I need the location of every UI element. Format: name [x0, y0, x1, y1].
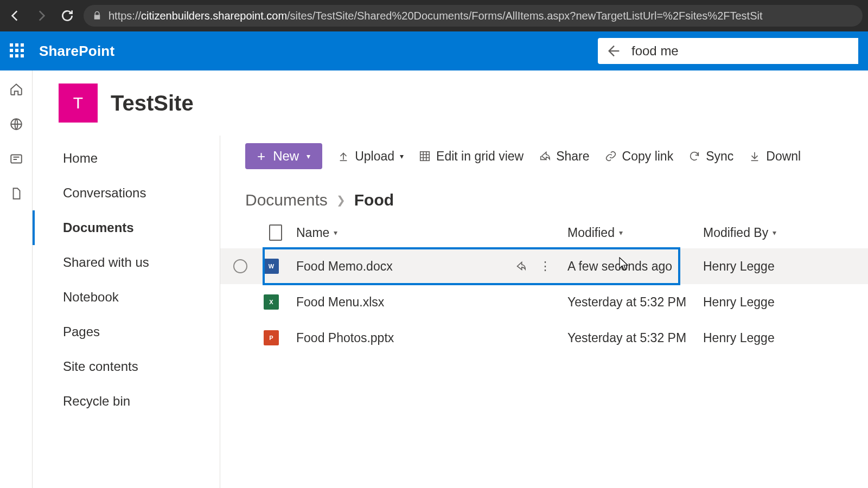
nav-notebook[interactable]: Notebook [33, 280, 220, 314]
left-nav: Home Conversations Documents Shared with… [33, 136, 220, 488]
browser-forward-button[interactable] [31, 6, 51, 25]
chevron-down-icon: ▾ [773, 228, 776, 237]
modified-by-cell: Henry Legge [703, 259, 839, 274]
upload-button[interactable]: Upload ▾ [337, 149, 404, 164]
upload-icon [337, 150, 349, 162]
search-input[interactable] [631, 43, 850, 59]
sync-label: Sync [706, 149, 733, 164]
chevron-right-icon: ❯ [336, 194, 346, 207]
download-button[interactable]: Downl [749, 149, 801, 164]
share-icon[interactable] [514, 260, 526, 272]
download-icon [749, 150, 761, 162]
copy-link-button[interactable]: Copy link [605, 149, 674, 164]
excel-file-icon: X [264, 294, 279, 310]
column-modified[interactable]: Modified ▾ [567, 226, 703, 240]
link-icon [605, 150, 617, 162]
nav-pages[interactable]: Pages [33, 314, 220, 349]
chevron-down-icon: ▾ [307, 152, 310, 160]
browser-toolbar: https://citizenbuilders.sharepoint.com/s… [0, 0, 868, 31]
share-button[interactable]: Share [539, 149, 589, 164]
file-name[interactable]: Food Photos.pptx [296, 331, 394, 345]
globe-icon[interactable] [9, 117, 23, 131]
more-actions-icon[interactable]: ⋮ [539, 259, 551, 273]
files-icon[interactable] [9, 187, 23, 201]
sync-icon [688, 150, 700, 162]
command-bar: + New ▾ Upload ▾ [220, 136, 868, 177]
column-modified-by[interactable]: Modified By ▾ [703, 226, 839, 240]
table-row[interactable]: W Food Memo.docx ⋮ A few seconds ago [220, 248, 868, 284]
browser-back-button[interactable] [5, 6, 25, 25]
sync-button[interactable]: Sync [688, 149, 733, 164]
breadcrumb-current: Food [354, 191, 394, 209]
site-header: T TestSite [33, 70, 868, 136]
nav-home[interactable]: Home [33, 141, 220, 176]
nav-documents[interactable]: Documents [33, 210, 220, 245]
list-header: Name ▾ Modified ▾ Modified By ▾ [220, 217, 868, 248]
main-pane: + New ▾ Upload ▾ [220, 136, 868, 488]
app-rail [0, 70, 33, 488]
file-type-header-icon[interactable] [269, 224, 282, 241]
suite-header: SharePoint [0, 31, 868, 70]
powerpoint-file-icon: P [264, 330, 279, 345]
file-list: Name ▾ Modified ▾ Modified By ▾ [220, 215, 868, 356]
file-name[interactable]: Food Menu.xlsx [296, 295, 384, 310]
edit-grid-button[interactable]: Edit in grid view [419, 149, 524, 164]
svg-rect-2 [420, 152, 430, 161]
home-icon[interactable] [9, 82, 23, 97]
table-row[interactable]: X Food Menu.xlsx Yesterday at 5:32 PM He… [220, 284, 868, 320]
table-row[interactable]: P Food Photos.pptx Yesterday at 5:32 PM … [220, 320, 868, 356]
chevron-down-icon: ▾ [619, 228, 623, 237]
chevron-down-icon: ▾ [400, 152, 404, 160]
nav-shared-with-us[interactable]: Shared with us [33, 245, 220, 280]
search-back-icon[interactable] [607, 43, 622, 59]
browser-reload-button[interactable] [58, 6, 77, 25]
url-text: https://citizenbuilders.sharepoint.com/s… [108, 10, 763, 22]
copy-link-label: Copy link [622, 149, 674, 164]
modified-cell: Yesterday at 5:32 PM [567, 331, 703, 345]
chevron-down-icon: ▾ [334, 228, 337, 237]
upload-label: Upload [355, 149, 394, 164]
share-icon [539, 150, 551, 162]
new-button-label: New [273, 149, 299, 164]
file-name[interactable]: Food Memo.docx [296, 259, 393, 274]
svg-rect-1 [11, 155, 22, 163]
modified-cell: A few seconds ago [567, 259, 703, 274]
nav-site-contents[interactable]: Site contents [33, 349, 220, 384]
share-label: Share [556, 149, 589, 164]
app-launcher-icon[interactable] [10, 43, 25, 59]
modified-cell: Yesterday at 5:32 PM [567, 295, 703, 310]
edit-grid-label: Edit in grid view [436, 149, 524, 164]
search-box[interactable] [598, 38, 858, 64]
nav-recycle-bin[interactable]: Recycle bin [33, 384, 220, 419]
nav-conversations[interactable]: Conversations [33, 176, 220, 210]
download-label: Downl [766, 149, 801, 164]
site-logo[interactable]: T [59, 84, 98, 123]
word-file-icon: W [264, 259, 279, 274]
modified-by-cell: Henry Legge [703, 331, 839, 345]
new-button[interactable]: + New ▾ [245, 143, 322, 169]
grid-icon [419, 150, 431, 162]
plus-icon: + [257, 149, 265, 163]
row-select-radio[interactable] [233, 259, 247, 273]
column-name[interactable]: Name ▾ [296, 226, 567, 240]
lock-icon [92, 11, 102, 21]
brand-label[interactable]: SharePoint [39, 43, 114, 60]
site-title[interactable]: TestSite [111, 91, 194, 115]
browser-address-bar[interactable]: https://citizenbuilders.sharepoint.com/s… [84, 5, 863, 27]
breadcrumb-root[interactable]: Documents [245, 191, 328, 209]
breadcrumb: Documents ❯ Food [220, 177, 868, 215]
modified-by-cell: Henry Legge [703, 295, 839, 310]
news-icon[interactable] [9, 152, 23, 166]
